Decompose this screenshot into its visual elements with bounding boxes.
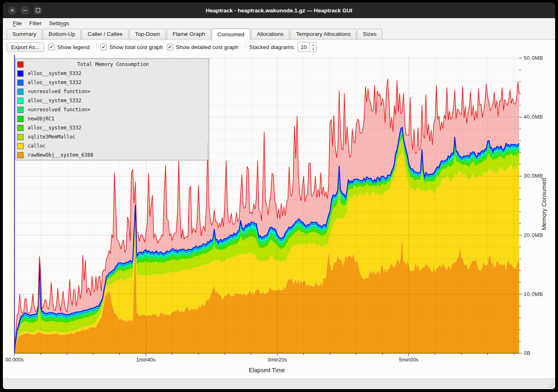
legend-swatch: [17, 70, 24, 77]
legend-swatch: [17, 116, 24, 122]
legend-row: alloc__system_5332: [16, 78, 209, 87]
show-total-cost-checkbox[interactable]: ✓ Show total cost graph: [100, 44, 163, 50]
checkbox-check-icon: ✓: [48, 44, 55, 50]
menu-filter[interactable]: Filter: [26, 19, 45, 27]
resize-grip[interactable]: [548, 383, 553, 388]
legend-row: <unresolved function>: [16, 87, 209, 96]
tab-bottom-up[interactable]: Bottom-Up: [43, 29, 81, 39]
tab-flame-graph[interactable]: Flame Graph: [167, 29, 211, 39]
menubar: File Filter Settings: [3, 18, 555, 28]
stacked-diagrams-label: Stacked diagrams:: [249, 44, 296, 50]
legend-swatch: [17, 152, 24, 158]
legend-row-total: Total Memory Consumption: [16, 60, 209, 69]
export-as-button[interactable]: Export As...: [7, 42, 44, 52]
stacked-diagrams-spinner[interactable]: 10 ▲ ▼: [298, 42, 317, 52]
legend-swatch: [17, 134, 24, 140]
toolbar-separator: [97, 43, 97, 51]
checkbox-check-icon: ✓: [167, 44, 173, 50]
legend-row: alloc__system_5332: [16, 96, 209, 105]
svg-text:3min20s: 3min20s: [267, 357, 287, 363]
legend-row: <unresolved function>: [16, 105, 209, 114]
svg-text:5min00s: 5min00s: [399, 357, 418, 363]
legend-swatch: [17, 80, 24, 86]
svg-text:20,0MB: 20,0MB: [524, 232, 543, 238]
svg-text:0B: 0B: [524, 350, 531, 356]
legend-row: newObjRC1: [16, 114, 209, 123]
svg-text:Memory Consumed: Memory Consumed: [541, 178, 547, 230]
tab-sizes[interactable]: Sizes: [357, 29, 382, 39]
menu-file[interactable]: File: [9, 19, 26, 27]
tab-consumed[interactable]: Consumed: [212, 28, 250, 40]
legend-row: alloc__system_5332: [16, 123, 209, 132]
spinner-up-button[interactable]: ▲: [310, 42, 316, 47]
tab-temporary-allocations[interactable]: Temporary Allocations: [290, 29, 356, 39]
legend-row: rawNewObj__system_6388: [16, 150, 209, 160]
show-legend-checkbox[interactable]: ✓ Show legend: [48, 44, 90, 50]
legend-swatch: [17, 89, 24, 95]
legend-swatch: [17, 98, 24, 104]
show-detailed-cost-checkbox[interactable]: ✓ Show detailed cost graph: [167, 44, 239, 50]
memory-consumption-chart[interactable]: 00.000s1min40s3min20s5min00s0B10,0MB20,0…: [3, 54, 555, 378]
svg-text:Elapsed Time: Elapsed Time: [249, 367, 285, 373]
tab-bar: Summary Bottom-Up Caller / Callee Top-Do…: [3, 28, 555, 40]
tab-allocations[interactable]: Allocations: [251, 29, 289, 39]
chart-legend: Total Memory Consumption alloc__system_5…: [15, 59, 209, 160]
window-title: Heaptrack - heaptrack.wakunode.1.gz — He…: [3, 7, 555, 14]
svg-text:30,0MB: 30,0MB: [524, 173, 543, 179]
menu-settings[interactable]: Settings: [45, 19, 73, 27]
legend-swatch: [17, 107, 24, 113]
legend-row: alloc__system_5332: [16, 69, 209, 78]
tab-top-down[interactable]: Top-Down: [129, 29, 166, 39]
svg-text:50,0MB: 50,0MB: [524, 55, 543, 61]
spinner-value[interactable]: 10: [298, 42, 310, 52]
svg-text:40,0MB: 40,0MB: [524, 114, 543, 120]
legend-row: sqlite3MemMalloc: [16, 132, 209, 141]
spinner-down-button[interactable]: ▼: [310, 47, 316, 52]
legend-swatch: [17, 143, 24, 149]
toolbar-separator: [246, 43, 246, 51]
svg-text:10,0MB: 10,0MB: [524, 291, 543, 297]
legend-row: calloc: [16, 141, 209, 150]
toolbar: Export As... ✓ Show legend ✓ Show total …: [3, 40, 555, 54]
legend-swatch: [17, 125, 24, 131]
tab-summary[interactable]: Summary: [7, 29, 42, 39]
svg-text:00.000s: 00.000s: [5, 357, 24, 363]
legend-swatch: [17, 61, 24, 68]
checkbox-check-icon: ✓: [100, 44, 107, 50]
svg-text:1min40s: 1min40s: [136, 357, 156, 363]
titlebar: ✕ Heaptrack - heaptrack.wakunode.1.gz — …: [3, 2, 555, 18]
app-window: ✕ Heaptrack - heaptrack.wakunode.1.gz — …: [3, 2, 555, 389]
status-bar: [3, 378, 555, 389]
tab-caller-callee[interactable]: Caller / Callee: [82, 29, 128, 39]
